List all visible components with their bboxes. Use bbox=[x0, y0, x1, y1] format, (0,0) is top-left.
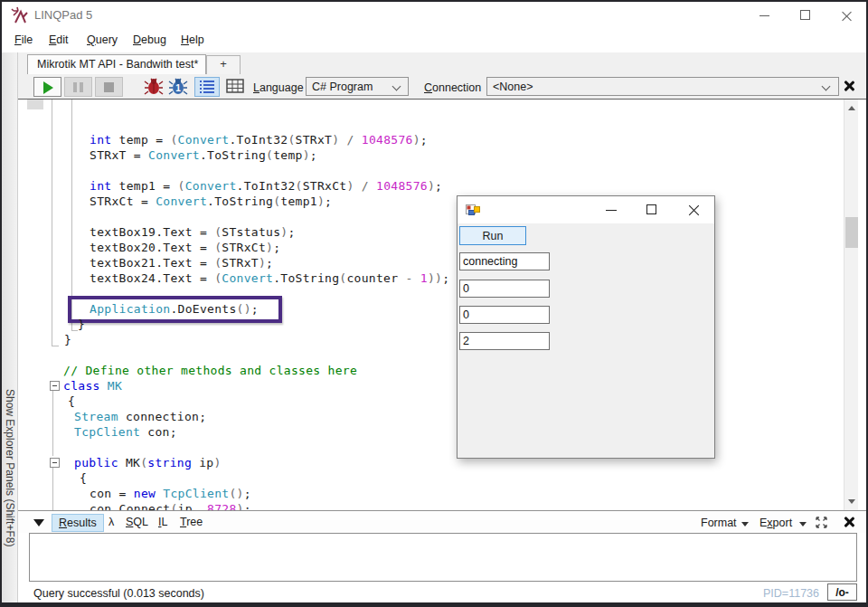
stop-button[interactable] bbox=[95, 77, 123, 97]
menu-query[interactable]: Query bbox=[87, 33, 118, 46]
editor-vertical-scrollbar[interactable] bbox=[844, 100, 858, 510]
menu-help[interactable]: Help bbox=[181, 33, 204, 46]
debug-bug-red-icon bbox=[144, 78, 164, 96]
maximize-button[interactable] bbox=[790, 2, 821, 29]
code-line[interactable]: textBox20.Text = (STRxCt); bbox=[90, 240, 280, 255]
optimization-toggle-button[interactable]: /o- bbox=[827, 583, 857, 601]
pause-button[interactable] bbox=[64, 77, 92, 97]
pause-icon bbox=[73, 82, 77, 92]
winforms-app-icon bbox=[466, 203, 480, 217]
outline-guide-elbow bbox=[52, 346, 59, 346]
explorer-panel-strip[interactable]: Show Explorer Panels (Shift+F8) bbox=[2, 52, 18, 602]
collapse-results-icon[interactable] bbox=[33, 519, 44, 526]
code-line[interactable]: textBox19.Text = (STstatus); bbox=[90, 224, 296, 240]
results-tab-il[interactable]: IL bbox=[152, 514, 174, 532]
code-line[interactable]: STRxT = Convert.ToString(temp); bbox=[90, 147, 317, 163]
chevron-down-icon bbox=[799, 522, 807, 526]
form-close-button[interactable] bbox=[679, 196, 710, 223]
status-bar: Query successful (0.013 seconds) PID=117… bbox=[18, 582, 866, 602]
run-icon bbox=[43, 81, 53, 94]
code-editor[interactable]: int temp = (Convert.ToInt32(STRxT) / 104… bbox=[18, 100, 844, 510]
fold-connector-line bbox=[52, 391, 53, 456]
code-line[interactable]: { bbox=[80, 470, 87, 486]
code-line[interactable]: STRxCt = Convert.ToString(temp1); bbox=[90, 194, 332, 209]
export-menu[interactable]: Export bbox=[760, 517, 792, 529]
process-id-label: PID=11736 bbox=[763, 587, 819, 600]
svg-text:1: 1 bbox=[175, 83, 181, 93]
close-results-button[interactable] bbox=[842, 515, 856, 529]
results-tab-tree[interactable]: Tree bbox=[174, 514, 209, 532]
code-line[interactable]: public MK(string ip) bbox=[74, 455, 222, 470]
code-line[interactable]: { bbox=[68, 394, 75, 409]
menu-edit[interactable]: Edit bbox=[49, 33, 69, 46]
annotation-highlight-box bbox=[68, 296, 282, 323]
close-query-button[interactable] bbox=[842, 79, 856, 93]
connection-dropdown[interactable]: <None> bbox=[486, 77, 839, 96]
form-textbox-4[interactable]: 2 bbox=[459, 332, 550, 350]
chevron-down-icon bbox=[822, 82, 831, 91]
fold-connector-line bbox=[52, 468, 53, 510]
tab-mikrotik-query[interactable]: Mikrotik MT API - Bandwith test* bbox=[27, 54, 206, 74]
data-grid-results-toggle[interactable] bbox=[223, 77, 249, 97]
outline-guide-elbow bbox=[71, 330, 78, 331]
winforms-output-window[interactable]: Run connecting002 bbox=[457, 195, 715, 459]
language-label: Language bbox=[253, 81, 304, 94]
scroll-down-icon[interactable] bbox=[848, 499, 855, 504]
code-line[interactable]: con.Connect(ip, 8728); bbox=[90, 501, 251, 510]
stop-icon bbox=[104, 82, 114, 92]
code-line[interactable]: class MK bbox=[63, 378, 122, 394]
new-tab-button[interactable]: + bbox=[206, 55, 241, 74]
scroll-up-icon[interactable] bbox=[848, 106, 855, 110]
menu-file[interactable]: File bbox=[14, 33, 33, 46]
form-textbox-1[interactable]: connecting bbox=[459, 252, 550, 270]
rich-text-results-icon bbox=[195, 78, 219, 96]
form-textbox-2[interactable]: 0 bbox=[459, 280, 550, 298]
window-title: LINQPad 5 bbox=[34, 8, 92, 22]
show-explorer-panels-label[interactable]: Show Explorer Panels (Shift+F8) bbox=[4, 389, 16, 546]
code-line[interactable]: } bbox=[64, 332, 71, 347]
minimize-button[interactable] bbox=[750, 2, 780, 29]
code-line[interactable]: textBox24.Text = (Convert.ToString(count… bbox=[90, 270, 449, 286]
form-maximize-button[interactable] bbox=[637, 196, 667, 223]
linqpad-window: LINQPad 5 FileEditQueryDebugHelp Show Ex… bbox=[0, 0, 868, 607]
code-line[interactable]: textBox21.Text = (STRxT); bbox=[90, 255, 273, 270]
form-run-button[interactable]: Run bbox=[459, 226, 526, 245]
expand-results-icon[interactable] bbox=[814, 515, 829, 530]
debug-bug-red-button[interactable] bbox=[144, 78, 165, 97]
scrollbar-thumb[interactable] bbox=[845, 217, 858, 248]
results-tab-λ[interactable]: λ bbox=[102, 514, 120, 532]
chevron-down-icon bbox=[741, 522, 749, 526]
form-title-bar[interactable] bbox=[458, 196, 714, 223]
debug-bug-blue-button[interactable]: 1 bbox=[168, 78, 190, 97]
code-line[interactable]: } bbox=[78, 317, 85, 332]
query-tab-bar: Mikrotik MT API - Bandwith test* + bbox=[18, 52, 866, 74]
linqpad-logo-icon bbox=[10, 5, 30, 25]
fold-collapse-icon[interactable] bbox=[50, 381, 60, 391]
title-bar: LINQPad 5 bbox=[2, 2, 866, 29]
fold-collapse-icon[interactable] bbox=[50, 458, 60, 468]
form-minimize-button[interactable] bbox=[596, 196, 627, 223]
results-output-area bbox=[29, 533, 857, 582]
menu-bar: FileEditQueryDebugHelp bbox=[2, 29, 866, 52]
code-line[interactable]: // Define other methods and classes here bbox=[63, 363, 357, 378]
format-menu[interactable]: Format bbox=[701, 517, 737, 529]
toolbar: 1 Language C# Program Connect bbox=[18, 74, 866, 100]
fold-margin-corner bbox=[27, 100, 43, 109]
close-button[interactable] bbox=[832, 2, 863, 29]
code-line[interactable]: int temp = (Convert.ToInt32(STRxT) / 104… bbox=[90, 132, 428, 147]
code-line[interactable]: TcpClient con; bbox=[74, 424, 177, 440]
menu-debug[interactable]: Debug bbox=[133, 33, 166, 46]
chevron-down-icon bbox=[392, 82, 401, 91]
language-dropdown[interactable]: C# Program bbox=[306, 77, 409, 96]
outline-guide-line bbox=[52, 100, 52, 346]
code-line[interactable]: int temp1 = (Convert.ToInt32(STRxCt) / 1… bbox=[90, 178, 442, 194]
code-line[interactable]: con = new TcpClient(); bbox=[90, 486, 251, 501]
rich-text-results-toggle[interactable] bbox=[194, 77, 220, 97]
run-button[interactable] bbox=[33, 77, 61, 97]
data-grid-results-icon bbox=[223, 77, 247, 95]
results-tab-sql[interactable]: SQL bbox=[119, 514, 155, 532]
code-line[interactable]: Stream connection; bbox=[74, 409, 206, 424]
form-textbox-3[interactable]: 0 bbox=[459, 306, 550, 324]
results-panel-header: ResultsλSQLILTree Format Export bbox=[18, 510, 866, 533]
results-tab-results[interactable]: Results bbox=[52, 514, 104, 532]
